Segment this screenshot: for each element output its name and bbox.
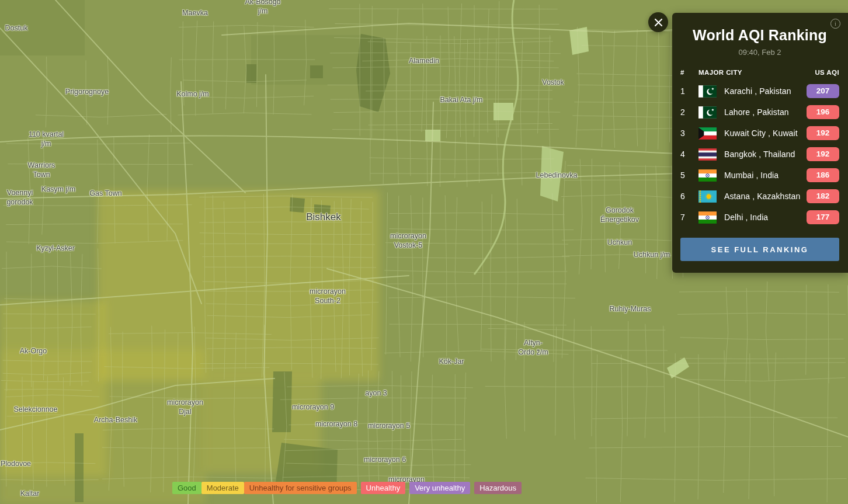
map-label: GorodokÉnergetikov <box>600 206 639 224</box>
map-label: Gas Town <box>89 189 121 199</box>
map-label: microrayonVostok-5 <box>390 232 426 250</box>
map-label: Kolmo j/m <box>176 90 209 99</box>
aqi-badge: 207 <box>807 84 839 98</box>
map-label: Kaltar <box>20 489 40 499</box>
city-column-header: MAJOR CITY <box>698 69 815 76</box>
see-full-ranking-button[interactable]: SEE FULL RANKING <box>680 238 839 261</box>
rank-column-header: # <box>680 69 698 76</box>
close-icon <box>655 19 662 26</box>
map-label: microrayonDjal <box>167 398 203 416</box>
map-label: 110 kvartalj/m <box>29 130 64 148</box>
india-flag-icon <box>698 211 717 224</box>
city-label: Lahore , Pakistan <box>724 107 807 117</box>
map-label: Maevka <box>182 9 208 18</box>
city-label: Bangkok , Thailand <box>724 150 807 159</box>
ranking-row[interactable]: 4Bangkok , Thailand192 <box>680 144 839 165</box>
map-label: Kasym j/m <box>41 185 75 194</box>
india-flag-icon <box>698 169 717 182</box>
aqi-ranking-panel: i World AQI Ranking 09:40, Feb 2 # MAJOR… <box>672 13 848 273</box>
ranking-row[interactable]: 1Karachi , Pakistan207 <box>680 81 839 102</box>
ranking-rows: 1Karachi , Pakistan2072Lahore , Pakistan… <box>680 81 839 228</box>
legend-item-good: Good <box>172 482 201 494</box>
rank-number: 1 <box>680 86 698 96</box>
map-label: Archa-Beshik <box>94 416 137 425</box>
map-label: Lebedinovka <box>536 171 578 180</box>
kazakhstan-flag-icon <box>698 190 717 203</box>
pakistan-flag-icon <box>698 106 717 119</box>
map-label: Dostuk <box>5 24 28 33</box>
map-label: Uchkun <box>607 238 632 248</box>
ranking-row[interactable]: 6Astana , Kazakhstan182 <box>680 186 839 207</box>
map-label: microrayon 6 <box>364 456 406 465</box>
legend-item-usg: Unhealthy for sensitive groups <box>244 482 357 494</box>
map-label: WarriorsTown <box>28 161 55 179</box>
map-label: microrayon 5 <box>368 422 410 431</box>
rank-number: 5 <box>680 171 698 180</box>
map-label: Selekcionnoe <box>13 405 57 415</box>
map-label: Ak-Orgo <box>20 347 47 356</box>
aqi-badge: 196 <box>807 105 839 119</box>
aqi-badge: 177 <box>807 210 839 224</box>
map-label: Kök-Jar <box>439 357 464 367</box>
ranking-row[interactable]: 3Kuwait City , Kuwait192 <box>680 123 839 144</box>
map-label: Vostok <box>542 78 564 88</box>
city-label: Kuwait City , Kuwait <box>724 128 807 138</box>
city-label: Mumbai , India <box>724 171 807 180</box>
map-label: Plodovoe <box>1 460 31 469</box>
ranking-row[interactable]: 2Lahore , Pakistan196 <box>680 102 839 123</box>
legend-item-unhealthy: Unhealthy <box>361 482 406 494</box>
ranking-row[interactable]: 7Delhi , India177 <box>680 207 839 228</box>
map-label: Altyn-Ordo ž/m <box>518 339 548 357</box>
rank-number: 3 <box>680 128 698 138</box>
map-label: Bakai Ata j/m <box>440 96 483 105</box>
city-label: Delhi , India <box>724 213 807 222</box>
map[interactable]: DostukMaevkaAk-Bosogoj/mAlamedinVostokBa… <box>0 0 848 504</box>
map-label: Kyzyl-Asker <box>36 244 75 253</box>
info-icon[interactable]: i <box>830 19 840 29</box>
kuwait-flag-icon <box>698 127 717 140</box>
aqi-badge: 192 <box>807 126 839 140</box>
map-label: Alamedin <box>409 57 439 66</box>
map-label: Bishkek <box>306 211 341 223</box>
aqi-legend: GoodModerateUnhealthy for sensitive grou… <box>172 482 522 494</box>
legend-item-hazardous: Hazardous <box>474 482 522 494</box>
table-header: # MAJOR CITY US AQI <box>680 69 839 76</box>
rank-number: 7 <box>680 213 698 222</box>
city-label: Karachi , Pakistan <box>724 86 807 96</box>
map-label: microrayon 8 <box>315 420 357 429</box>
map-label: Ruhiy-Muras <box>610 305 651 314</box>
map-label: Prigorognoye <box>65 88 109 97</box>
aqi-column-header: US AQI <box>815 69 839 76</box>
map-label: Voennyigorodok <box>6 189 33 207</box>
aqi-badge: 192 <box>807 147 839 161</box>
city-label: Astana , Kazakhstan <box>724 192 807 201</box>
ranking-row[interactable]: 5Mumbai , India186 <box>680 165 839 186</box>
thailand-flag-icon <box>698 148 717 161</box>
legend-item-moderate: Moderate <box>201 482 244 494</box>
panel-timestamp: 09:40, Feb 2 <box>680 48 839 57</box>
map-label: microrayon 9 <box>292 403 334 412</box>
pakistan-flag-icon <box>698 85 717 98</box>
rank-number: 2 <box>680 107 698 117</box>
map-label: Uchkun j/m <box>634 251 670 260</box>
close-button[interactable] <box>648 12 668 32</box>
map-label: ayon 3 <box>365 389 387 398</box>
rank-number: 4 <box>680 150 698 159</box>
panel-title: World AQI Ranking <box>680 27 839 44</box>
map-label: Ak-Bosogoj/m <box>245 0 280 16</box>
aqi-badge: 182 <box>807 189 839 203</box>
rank-number: 6 <box>680 192 698 201</box>
map-label: microrayonSouth-2 <box>310 287 346 305</box>
aqi-badge: 186 <box>807 168 839 182</box>
legend-item-very-unhealthy: Very unhealthy <box>409 482 470 494</box>
